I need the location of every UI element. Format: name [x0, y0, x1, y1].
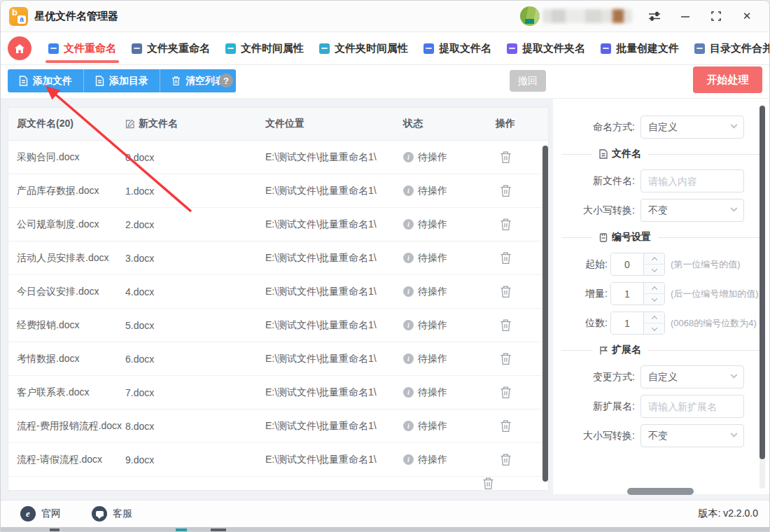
- add-directory-button[interactable]: 添加目录: [84, 69, 160, 92]
- info-icon: i: [403, 387, 414, 398]
- trash-icon: [500, 386, 512, 399]
- step-down-button[interactable]: [644, 323, 664, 334]
- section-numbering: 编号设置: [561, 231, 770, 244]
- clock-icon: [225, 43, 236, 54]
- taskbar-sliver: [1, 527, 769, 532]
- increment-input[interactable]: [611, 283, 643, 304]
- table-row[interactable]: 活动人员安排表.docx 3.docx E:\测试文件\批量重命名1\ i 待操…: [8, 241, 548, 275]
- tab[interactable]: 文件时间属性: [218, 32, 311, 64]
- panel-scrollbar-horizontal[interactable]: [627, 488, 694, 495]
- delete-row-button[interactable]: [500, 184, 512, 197]
- tab-label: 目录文件合并/提取: [710, 42, 770, 55]
- delete-row-button[interactable]: [500, 218, 512, 231]
- add-files-button[interactable]: 添加文件: [8, 69, 84, 92]
- tab[interactable]: 文件夹时间属性: [312, 32, 415, 64]
- file-table: 原文件名(20) 新文件名 文件位置 状态 操作 采购合同.docx 0.doc…: [8, 107, 549, 491]
- clock-icon: [319, 43, 330, 54]
- naming-method-select[interactable]: 自定义: [640, 115, 744, 139]
- support-link[interactable]: 客服: [92, 506, 132, 522]
- start-processing-button[interactable]: 开始处理: [693, 66, 762, 93]
- trash-icon: [500, 352, 512, 365]
- cell-original-name: 经费报销.docx: [17, 319, 125, 332]
- settings-sliders-icon[interactable]: [642, 5, 667, 27]
- tab[interactable]: 文件夹重命名: [125, 32, 217, 64]
- ext-case-convert-select[interactable]: 不变: [640, 424, 744, 447]
- info-icon: i: [403, 253, 414, 263]
- start-number-input[interactable]: [611, 253, 643, 275]
- step-down-button[interactable]: [644, 265, 664, 275]
- tab[interactable]: 提取文件名: [416, 32, 498, 64]
- home-button[interactable]: [8, 36, 31, 60]
- file-icon: [19, 76, 28, 86]
- delete-row-button[interactable]: [500, 150, 512, 164]
- cell-actions: [482, 318, 528, 332]
- delete-row-button[interactable]: [500, 251, 512, 265]
- delete-row-button[interactable]: [500, 285, 512, 298]
- cell-new-name: 4.docx: [125, 286, 265, 298]
- cell-actions: [482, 218, 528, 231]
- step-up-button[interactable]: [644, 283, 664, 294]
- cell-original-name: 考情数据.docx: [17, 353, 125, 365]
- cell-original-name: 活动人员安排表.docx: [17, 252, 125, 265]
- website-icon: e: [20, 506, 36, 522]
- table-row[interactable]: 流程-费用报销流程.docx 8.docx E:\测试文件\批量重命名1\ i …: [8, 410, 548, 443]
- tab[interactable]: 目录文件合并/提取: [687, 32, 770, 64]
- table-row[interactable]: 考情数据.docx 6.docx E:\测试文件\批量重命名1\ i 待操作: [8, 342, 548, 376]
- status-text: 待操作: [418, 218, 447, 231]
- minimize-button[interactable]: [673, 5, 698, 27]
- stack-icon: [601, 43, 611, 54]
- delete-row-button[interactable]: [500, 419, 512, 433]
- column-location: 文件位置: [265, 118, 403, 130]
- tab[interactable]: 批量创建文件: [594, 32, 686, 64]
- digits-stepper[interactable]: [610, 312, 665, 335]
- naming-method-label: 命名方式:: [561, 121, 635, 134]
- table-row[interactable]: 公司规章制度.docx 2.docx E:\测试文件\批量重命名1\ i 待操作: [8, 208, 548, 241]
- increment-stepper[interactable]: [610, 282, 665, 305]
- undo-button[interactable]: 撤回: [510, 70, 546, 92]
- table-row[interactable]: 经费报销.docx 5.docx E:\测试文件\批量重命名1\ i 待操作: [8, 309, 548, 342]
- tab[interactable]: 文件重命名: [41, 32, 123, 64]
- user-account[interactable]: [520, 6, 636, 27]
- cell-new-name: 8.docx: [125, 421, 265, 432]
- table-row[interactable]: 今日会议安排.docx 4.docx E:\测试文件\批量重命名1\ i 待操作: [8, 275, 548, 309]
- help-icon[interactable]: ?: [219, 74, 233, 88]
- delete-row-button[interactable]: [500, 352, 512, 365]
- cell-location: E:\测试文件\批量重命名1\: [265, 151, 403, 164]
- tab-list: 文件重命名 文件夹重命名 文件时间属性 文件夹时间属性 提取文件名 提取文件夹名…: [41, 32, 770, 64]
- panel-scrollbar-vertical[interactable]: [553, 99, 559, 494]
- home-icon: [14, 43, 25, 54]
- start-number-stepper[interactable]: [610, 253, 665, 276]
- delete-row-button[interactable]: [500, 453, 512, 466]
- new-filename-input[interactable]: [640, 169, 744, 192]
- table-header: 原文件名(20) 新文件名 文件位置 状态 操作: [8, 108, 548, 141]
- maximize-button[interactable]: [704, 5, 729, 27]
- delete-row-button[interactable]: [500, 386, 512, 399]
- delete-row-button[interactable]: [500, 318, 512, 332]
- folder-icon: [132, 43, 142, 54]
- close-button[interactable]: ✕: [734, 5, 760, 27]
- flag-icon: [599, 346, 608, 355]
- chevron-down-icon: [731, 372, 738, 379]
- step-down-button[interactable]: [644, 294, 664, 304]
- table-row[interactable]: 流程-请假流程.docx 9.docx E:\测试文件\批量重命名1\ i 待操…: [8, 443, 548, 477]
- change-method-select[interactable]: 自定义: [640, 365, 744, 388]
- main-area: 原文件名(20) 新文件名 文件位置 状态 操作 采购合同.docx 0.doc…: [1, 99, 769, 500]
- new-extension-input[interactable]: [640, 395, 744, 418]
- tab-label: 文件夹重命名: [147, 42, 210, 55]
- case-convert-select[interactable]: 不变: [640, 199, 744, 222]
- tab[interactable]: 提取文件夹名: [500, 32, 592, 64]
- table-scrollbar[interactable]: [542, 143, 548, 490]
- table-row[interactable]: 采购合同.docx 0.docx E:\测试文件\批量重命名1\ i 待操作: [8, 141, 548, 174]
- trash-icon: [172, 76, 181, 86]
- table-row[interactable]: 产品库存数据.docx 1.docx E:\测试文件\批量重命名1\ i 待操作: [8, 174, 548, 208]
- cell-actions: [482, 453, 528, 466]
- step-up-button[interactable]: [644, 312, 664, 323]
- info-icon: i: [403, 186, 414, 196]
- cell-actions: [482, 150, 528, 164]
- website-link[interactable]: e 官网: [20, 506, 61, 522]
- trash-icon[interactable]: [482, 477, 494, 490]
- user-name-blurred: [542, 9, 632, 23]
- digits-input[interactable]: [611, 312, 643, 334]
- table-row[interactable]: 客户联系表.docx 7.docx E:\测试文件\批量重命名1\ i 待操作: [8, 376, 548, 410]
- step-up-button[interactable]: [644, 253, 664, 265]
